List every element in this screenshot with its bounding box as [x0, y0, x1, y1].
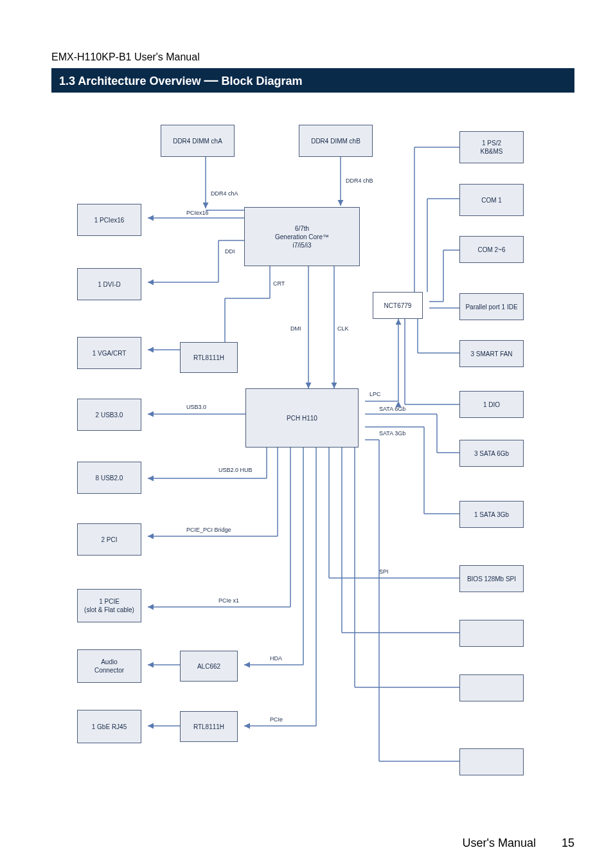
- footer: User's Manual 15: [0, 836, 613, 850]
- node-extra-2: [459, 674, 524, 701]
- node-audio-chip: ALC662: [180, 651, 238, 682]
- section-title-pre: 1.3 Architecture Overview: [59, 75, 200, 87]
- node-extra-3: [459, 748, 524, 775]
- svg-text:CLK: CLK: [337, 325, 349, 332]
- node-lan-chip-2: RTL8111H: [180, 342, 238, 373]
- node-dvi: 1 DVI-D: [77, 268, 141, 300]
- svg-text:USB3.0: USB3.0: [186, 404, 206, 410]
- node-fan3: 3 SMART FAN: [459, 340, 524, 367]
- node-pci: 2 PCI: [77, 523, 141, 556]
- node-dio1: 1 DIO: [459, 391, 524, 418]
- node-pcie-slot: 1 PCIE (slot & Flat cable): [77, 589, 141, 622]
- svg-text:DDR4 chB: DDR4 chB: [346, 177, 373, 184]
- svg-text:PCIex16: PCIex16: [186, 210, 209, 216]
- svg-text:SPI: SPI: [379, 568, 389, 575]
- svg-text:DDR4 chA: DDR4 chA: [211, 190, 238, 197]
- node-pch: PCH H110: [245, 388, 359, 448]
- node-ddr4-b: DDR4 DIMM chB: [299, 125, 373, 157]
- svg-text:DDI: DDI: [225, 248, 235, 255]
- svg-text:USB2.0 HUB: USB2.0 HUB: [218, 467, 253, 473]
- svg-text:PCIE_PCI Bridge: PCIE_PCI Bridge: [186, 527, 231, 533]
- node-sio: NCT6779: [373, 292, 423, 319]
- section-title-bar: 1.3 Architecture Overview — Block Diagra…: [51, 68, 574, 93]
- svg-text:SATA 3Gb: SATA 3Gb: [379, 430, 405, 437]
- node-sata1: 1 SATA 3Gb: [459, 501, 524, 528]
- node-spi: BIOS 128Mb SPI: [459, 565, 524, 592]
- node-com1: COM 1: [459, 184, 524, 216]
- node-extra-1: [459, 620, 524, 647]
- node-usb2: 8 USB2.0: [77, 462, 141, 494]
- node-lan-chip: RTL8111H: [180, 711, 238, 742]
- page-number: 15: [562, 836, 574, 850]
- node-rj45: 1 GbE RJ45: [77, 710, 141, 743]
- svg-text:HDA: HDA: [270, 655, 282, 662]
- node-audio-conn: Audio Connector: [77, 649, 141, 683]
- node-cpu: 6/7th Generation Core™ i7/i5/i3: [244, 207, 360, 266]
- node-sata3: 3 SATA 6Gb: [459, 440, 524, 467]
- footer-text: User's Manual: [463, 836, 536, 849]
- node-ps2: 1 PS/2 KB&MS: [459, 131, 524, 163]
- node-pciex16: 1 PCIex16: [77, 204, 141, 236]
- header-small: EMX-H110KP-B1 User's Manual: [51, 51, 574, 63]
- node-parallel: Parallel port 1 IDE: [459, 293, 524, 320]
- svg-text:PCIe: PCIe: [270, 716, 283, 723]
- svg-text:PCIe x1: PCIe x1: [218, 597, 239, 604]
- node-usb3: 2 USB3.0: [77, 399, 141, 431]
- section-dash: —: [204, 72, 218, 88]
- section-title-post: Block Diagram: [221, 75, 302, 87]
- node-vga-crt: 1 VGA/CRT: [77, 337, 141, 369]
- svg-text:DMI: DMI: [290, 325, 301, 332]
- svg-text:SATA 6Gb: SATA 6Gb: [379, 406, 405, 412]
- node-com26: COM 2~6: [459, 236, 524, 263]
- svg-text:CRT: CRT: [273, 280, 285, 287]
- node-ddr4-a: DDR4 DIMM chA: [161, 125, 235, 157]
- svg-text:LPC: LPC: [369, 391, 381, 397]
- block-diagram: DDR4 chA DDR4 chB PCIex16 DDI CRT DMI CL…: [51, 112, 574, 806]
